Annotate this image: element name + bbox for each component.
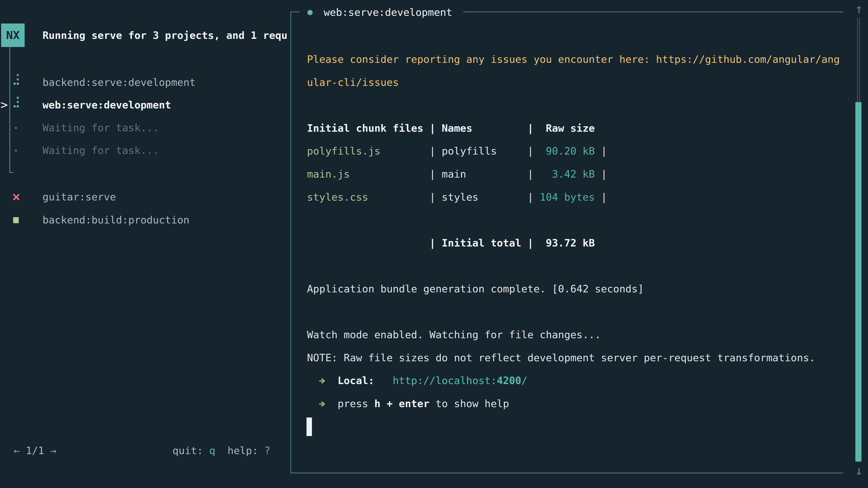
nx-logo-text: NX [6,29,20,42]
prev-page-arrow-icon[interactable]: ← [13,445,20,457]
chunk-name-cell: styles [442,191,521,203]
failed-x-icon [13,193,20,201]
scroll-up-icon[interactable]: ↑ [852,2,865,16]
task-running-dot-icon [307,10,313,15]
task-row[interactable]: backend:serve:development [0,71,290,94]
quit-hint-label: quit: [173,445,203,457]
next-page-arrow-icon[interactable]: → [50,445,56,457]
local-url-link[interactable]: http://localhost: [393,375,497,387]
local-label: Local: [338,375,374,387]
prompt-arrow-icon [319,376,325,386]
watch-mode-line: Watch mode enabled. Watching for file ch… [307,329,601,341]
raw-size-note-line: NOTE: Raw file sizes do not reflect deve… [307,352,815,364]
chunk-size-cell: 90.20 kB [540,145,595,157]
chunk-file-cell: main.js [307,168,430,180]
terminal-line [307,94,845,117]
nx-logo: NX [1,24,25,47]
terminal-line: main.js | main | 3.42 kB | [307,163,845,186]
scroll-down-icon[interactable]: ↓ [852,464,865,478]
help-hint-label: help: [228,445,258,457]
help-key: ? [264,445,270,457]
task-row[interactable]: backend:build:production [0,209,290,231]
page-indicator: 1/1 [26,445,44,457]
initial-total-size: 93.72 kB [540,237,595,249]
panel-border-nub [290,11,300,12]
terminal-line [307,300,845,324]
terminal-line: Local: http://localhost:4200/ [307,369,845,392]
terminal-line: Watch mode enabled. Watching for file ch… [307,323,845,346]
task-label: Waiting for task... [42,117,159,139]
help-keys: h + enter [374,398,430,410]
keyboard-hints: quit:qhelp:? [173,440,270,462]
terminal-line: Application bundle generation complete. … [307,278,845,300]
terminal-line: styles.css | styles | 104 bytes | [307,186,845,209]
app-title: Running serve for 3 projects, and 1 requ [42,24,290,47]
panel-title-rule [463,11,843,12]
chunk-size-cell: 3.42 kB [540,168,595,180]
terminal-output: Please consider reporting any issues you… [307,48,845,415]
task-list-pagination: ←1/1→ [13,440,56,462]
task-row[interactable]: Waiting for task... [0,139,290,162]
task-row[interactable]: >web:serve:development [0,94,290,116]
terminal-line [307,208,845,232]
task-label: backend:build:production [42,209,189,231]
chunk-name-cell: polyfills [442,145,521,157]
task-row[interactable]: Waiting for task... [0,117,290,139]
initial-total-label: Initial total [442,237,521,249]
chunk-file-cell: polyfills.js [307,145,430,157]
task-label: web:serve:development [42,94,171,116]
terminal-cursor [307,418,312,436]
nx-tui-screen: NX Running serve for 3 projects, and 1 r… [0,0,868,488]
task-label: guitar:serve [42,186,116,208]
angular-issue-notice: Please consider reporting any issues you… [307,53,840,65]
quit-key: q [209,445,215,457]
selected-task-chevron-icon: > [0,94,8,116]
output-panel-title: web:serve:development [324,2,452,23]
chunk-file-cell: styles.css [307,191,430,203]
chunk-table-header: Initial chunk files | Names | Raw size [307,122,595,134]
scrollbar-thumb[interactable] [855,102,862,462]
terminal-line: polyfills.js | polyfills | 90.20 kB | [307,140,845,163]
terminal-line: Please consider reporting any issues you… [307,48,845,71]
chunk-name-cell: main [442,168,521,180]
terminal-line: press h + enter to show help [307,392,845,415]
chunk-size-cell: 104 bytes [540,191,595,203]
terminal-line: | Initial total | 93.72 kB [307,232,845,255]
terminal-line: NOTE: Raw file sizes do not reflect deve… [307,346,845,369]
waiting-dot-icon [15,150,17,152]
task-label: Waiting for task... [42,139,159,162]
waiting-dot-icon [15,127,17,129]
terminal-line: Initial chunk files | Names | Raw size [307,117,845,140]
angular-issue-notice: ular-cli/issues [307,76,399,88]
local-url-port[interactable]: 4200 [497,375,521,387]
bundle-complete-line: Application bundle generation complete. … [307,283,644,295]
terminal-line [307,254,845,278]
success-square-icon [13,217,19,223]
prompt-arrow-icon [319,399,325,409]
terminal-line: ular-cli/issues [307,71,845,94]
task-label: backend:serve:development [42,71,195,94]
task-row[interactable]: guitar:serve [0,186,290,208]
